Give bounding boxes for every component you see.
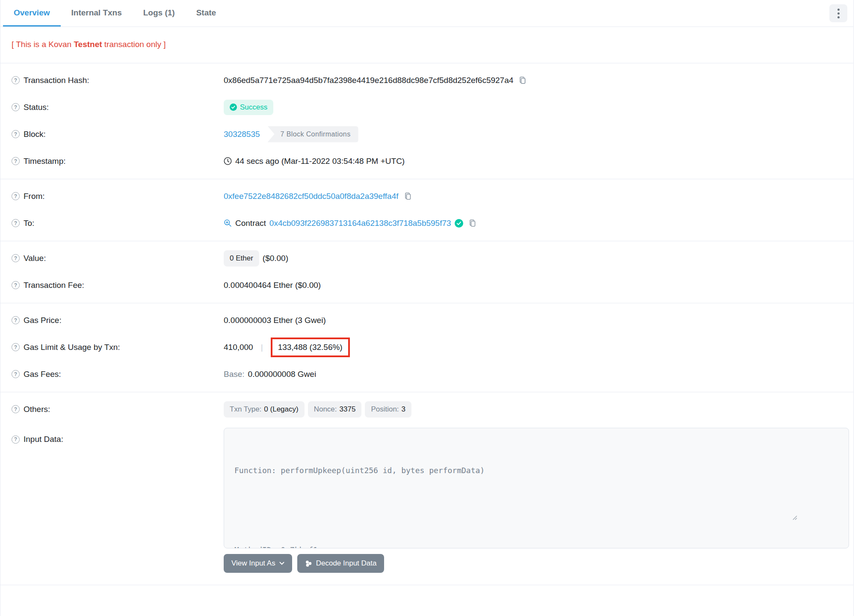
tab-overview[interactable]: Overview — [3, 0, 61, 27]
clock-icon — [224, 157, 232, 165]
decode-icon — [305, 560, 312, 567]
row-label: Value: — [24, 254, 46, 263]
section-gas: ? Gas Price: 0.000000003 Ether (3 Gwei) … — [0, 303, 853, 392]
transaction-card: Overview Internal Txns Logs (1) State [ … — [0, 0, 854, 616]
decode-input-data-button[interactable]: Decode Input Data — [297, 554, 385, 573]
copy-icon[interactable] — [518, 76, 527, 85]
section-value: ? Value: 0 Ether ($0.00) ? Transaction F… — [0, 241, 853, 303]
block-number-link[interactable]: 30328535 — [224, 130, 260, 139]
gas-limit-value: 410,000 — [224, 343, 253, 352]
help-icon[interactable]: ? — [12, 219, 20, 227]
help-icon[interactable]: ? — [12, 103, 20, 111]
help-icon[interactable]: ? — [12, 405, 20, 413]
row-others: ? Others: Txn Type:0 (Legacy) Nonce:3375… — [12, 396, 842, 423]
help-icon[interactable]: ? — [12, 281, 20, 289]
to-address-link[interactable]: 0x4cb093f226983713164a62138c3f718a5b595f… — [269, 219, 451, 228]
row-label: From: — [24, 192, 45, 201]
section-parties: ? From: 0xfee7522e8482682cf50ddc50a0f8da… — [0, 179, 853, 241]
verified-check-icon — [455, 219, 463, 228]
vertical-ellipsis-icon — [837, 9, 840, 18]
copy-icon[interactable] — [468, 219, 477, 228]
input-methodid-line: MethodID: 0x7bbaf1ea — [234, 543, 838, 548]
row-label: To: — [24, 219, 34, 228]
row-transaction-fee: ? Transaction Fee: 0.000400464 Ether ($0… — [12, 272, 842, 299]
row-value: ? Value: 0 Ether ($0.00) — [12, 245, 842, 272]
row-label: Gas Limit & Usage by Txn: — [24, 343, 120, 352]
check-circle-icon — [230, 104, 237, 111]
row-label: Transaction Fee: — [24, 281, 84, 290]
row-transaction-hash: ? Transaction Hash: 0x86ed5a771e725aa94d… — [12, 67, 842, 94]
input-data-box[interactable]: Function: performUpkeep(uint256 id, byte… — [224, 428, 849, 548]
row-block: ? Block: 30328535 7 Block Confirmations — [12, 121, 842, 148]
help-icon[interactable]: ? — [12, 192, 20, 200]
transaction-hash-value: 0x86ed5a771e725aa94d5b7fa2398e4419e216d8… — [224, 76, 513, 85]
row-label: Others: — [24, 405, 50, 414]
highlight-box: 133,488 (32.56%) — [271, 338, 350, 357]
view-input-as-button[interactable]: View Input As — [224, 554, 292, 573]
gas-base-label: Base: — [224, 370, 245, 379]
row-gas-price: ? Gas Price: 0.000000003 Ether (3 Gwei) — [12, 307, 842, 334]
tab-state[interactable]: State — [186, 0, 227, 27]
to-contract-label: Contract — [235, 219, 266, 228]
row-label: Input Data: — [24, 435, 63, 444]
block-confirmations-badge: 7 Block Confirmations — [268, 126, 358, 142]
input-function-line: Function: performUpkeep(uint256 id, byte… — [234, 464, 838, 477]
row-timestamp: ? Timestamp: 44 secs ago (Mar-11-2022 03… — [12, 148, 842, 175]
row-label: Timestamp: — [24, 157, 66, 166]
help-icon[interactable]: ? — [12, 76, 20, 84]
tabs: Overview Internal Txns Logs (1) State — [3, 0, 227, 27]
row-gas-fees: ? Gas Fees: Base: 0.000000008 Gwei — [12, 361, 842, 388]
transaction-fee-value: 0.000400464 Ether ($0.00) — [224, 281, 321, 290]
gas-base-value: 0.000000008 Gwei — [248, 370, 317, 379]
row-gas-limit-usage: ? Gas Limit & Usage by Txn: 410,000 | 13… — [12, 334, 842, 361]
help-icon[interactable]: ? — [12, 157, 20, 165]
row-label: Block: — [24, 130, 46, 139]
row-input-data: ? Input Data: Function: performUpkeep(ui… — [12, 428, 842, 573]
row-to: ? To: Contract 0x4cb093f226983713164a621… — [12, 210, 842, 237]
txn-type-badge: Txn Type:0 (Legacy) — [224, 401, 305, 418]
ether-value-badge: 0 Ether — [224, 250, 259, 267]
help-icon[interactable]: ? — [12, 254, 20, 262]
row-label: Status: — [24, 103, 49, 112]
row-label: Transaction Hash: — [24, 76, 89, 85]
testnet-notice: [ This is a Kovan Testnet transaction on… — [0, 27, 853, 63]
section-others: ? Others: Txn Type:0 (Legacy) Nonce:3375… — [0, 392, 853, 577]
usd-value: ($0.00) — [263, 254, 288, 263]
help-icon[interactable]: ? — [12, 370, 20, 378]
copy-icon[interactable] — [404, 192, 412, 201]
zoom-in-icon[interactable] — [224, 219, 232, 227]
row-from: ? From: 0xfee7522e8482682cf50ddc50a0f8da… — [12, 183, 842, 210]
help-icon[interactable]: ? — [12, 435, 20, 444]
status-badge: Success — [224, 100, 273, 115]
tab-bar: Overview Internal Txns Logs (1) State — [0, 0, 853, 27]
help-icon[interactable]: ? — [12, 316, 20, 324]
position-badge: Position:3 — [365, 401, 411, 418]
from-address-link[interactable]: 0xfee7522e8482682cf50ddc50a0f8da2a39effa… — [224, 192, 399, 201]
section-summary: ? Transaction Hash: 0x86ed5a771e725aa94d… — [0, 63, 853, 179]
row-status: ? Status: Success — [12, 94, 842, 121]
divider — [0, 585, 853, 585]
chevron-down-icon — [279, 562, 284, 565]
row-label: Gas Fees: — [24, 370, 61, 379]
gas-usage-value: 133,488 (32.56%) — [278, 343, 343, 352]
tab-internal-txns[interactable]: Internal Txns — [61, 0, 133, 27]
more-options-button[interactable] — [829, 4, 847, 22]
resize-handle[interactable] — [792, 488, 847, 547]
separator: | — [261, 343, 263, 352]
help-icon[interactable]: ? — [12, 343, 20, 351]
tab-logs[interactable]: Logs (1) — [133, 0, 186, 27]
gas-price-value: 0.000000003 Ether (3 Gwei) — [224, 316, 326, 325]
timestamp-value: 44 secs ago (Mar-11-2022 03:54:48 PM +UT… — [235, 157, 405, 166]
help-icon[interactable]: ? — [12, 130, 20, 138]
nonce-badge: Nonce:3375 — [308, 401, 362, 418]
row-label: Gas Price: — [24, 316, 62, 325]
